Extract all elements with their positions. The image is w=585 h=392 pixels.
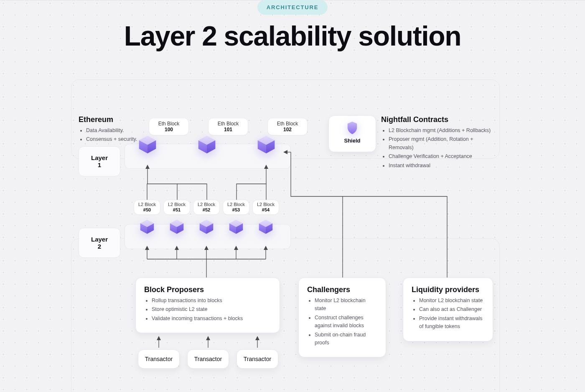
eth-block-pill: Eth Block 100	[149, 118, 189, 135]
ethereum-bullet: Data Availability.	[86, 127, 145, 135]
transactor-box: Transactor	[187, 349, 229, 369]
page-title: Layer 2 scalability solution	[0, 20, 585, 52]
l2-block-num: #50	[136, 207, 158, 213]
block-proposers-bullet: Rollup transactions into blocks	[152, 297, 271, 305]
cube-icon	[256, 134, 277, 155]
liquidity-bullet: Can also act as Challenger	[419, 305, 484, 313]
eth-block-prefix: Eth Block	[158, 121, 180, 127]
challengers-heading: Challengers	[307, 285, 377, 294]
l2-block-prefix: L2 Block	[195, 202, 218, 207]
nightfall-bullet: Challenge Verification + Acceptance	[389, 153, 498, 160]
ethereum-heading: Ethereum	[79, 115, 145, 124]
l2-block-num: #51	[165, 207, 188, 213]
eth-block-num: 102	[283, 127, 292, 132]
challengers-bullet: Construct challenges against invalid blo…	[315, 314, 377, 330]
challengers-bullet: Monitor L2 blockchain state	[315, 297, 377, 313]
eth-block-pill: Eth Block 101	[208, 118, 248, 135]
nightfall-heading: Nightfall Contracts	[381, 115, 498, 124]
block-proposers-card: Block Proposers Rollup transactions into…	[135, 277, 280, 333]
nightfall-bullet: Instant withdrawal	[389, 162, 498, 170]
cube-icon	[168, 218, 185, 235]
l2-block-pill: L2 Block #54	[252, 200, 279, 215]
nightfall-bullet: L2 Blockchain mgmt (Additions + Rollback…	[389, 127, 498, 135]
transactor-box: Transactor	[138, 349, 180, 369]
ethereum-info: Ethereum Data Availability. Consensus + …	[79, 115, 145, 145]
ethereum-bullet: Consensus + security.	[86, 135, 145, 143]
liquidity-bullet: Monitor L2 blockchain state	[419, 297, 484, 305]
layer2-label: Layer 2	[79, 228, 120, 258]
cube-icon	[198, 218, 215, 235]
cube-icon	[137, 134, 158, 155]
layer1-label: Layer 1	[79, 146, 120, 176]
transactor-box: Transactor	[237, 349, 278, 369]
shield-card: Shield	[328, 115, 376, 152]
shield-icon	[346, 121, 359, 135]
block-proposers-bullet: Store optimistic L2 state	[152, 305, 271, 313]
l2-block-pill: L2 Block #50	[134, 200, 160, 215]
cube-icon	[228, 218, 244, 235]
l2-block-num: #52	[195, 207, 218, 213]
cube-icon	[196, 134, 217, 155]
nightfall-bullet: Proposer mgmt (Addition, Rotation + Remo…	[389, 135, 498, 152]
l2-block-num: #54	[254, 207, 277, 213]
l2-block-prefix: L2 Block	[165, 202, 188, 207]
l2-block-pill: L2 Block #52	[193, 200, 220, 215]
block-proposers-heading: Block Proposers	[144, 285, 271, 294]
eth-block-prefix: Eth Block	[218, 121, 239, 127]
l2-block-prefix: L2 Block	[225, 202, 247, 207]
cube-icon	[139, 218, 155, 235]
eth-block-num: 100	[165, 127, 173, 132]
l2-block-num: #53	[225, 207, 247, 213]
l2-block-pill: L2 Block #51	[163, 200, 190, 215]
liquidity-bullet: Provide instant withdrawals of fungible …	[419, 315, 484, 331]
challengers-card: Challengers Monitor L2 blockchain state …	[298, 277, 386, 357]
l2-block-pill: L2 Block #53	[223, 200, 249, 215]
cube-icon	[257, 218, 274, 235]
liquidity-card: Liquidity providers Monitor L2 blockchai…	[403, 277, 493, 341]
eth-block-prefix: Eth Block	[277, 121, 298, 127]
block-proposers-bullet: Validate incoming transactions + blocks	[152, 315, 271, 323]
section-badge: ARCHITECTURE	[257, 0, 328, 15]
liquidity-heading: Liquidity providers	[412, 285, 484, 294]
l2-block-prefix: L2 Block	[136, 202, 158, 207]
eth-block-pill: Eth Block 102	[267, 118, 308, 135]
eth-block-num: 101	[224, 127, 232, 132]
l2-block-prefix: L2 Block	[254, 202, 277, 207]
challengers-bullet: Submit on-chain fraud proofs	[315, 331, 377, 347]
nightfall-info: Nightfall Contracts L2 Blockchain mgmt (…	[381, 115, 498, 171]
shield-label: Shield	[329, 137, 376, 144]
